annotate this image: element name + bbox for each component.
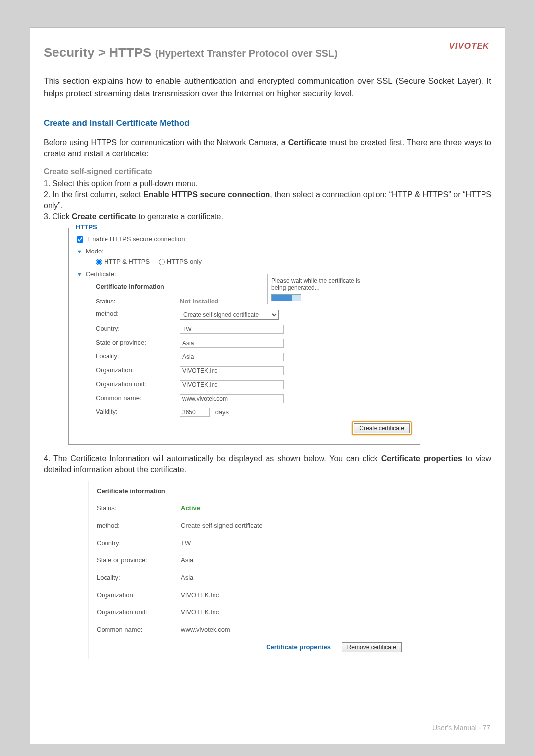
progress-bar [271, 294, 301, 301]
intro-paragraph: This section explains how to enable auth… [44, 75, 491, 100]
row2-method: method: Create self-signed certificate [97, 517, 402, 534]
method-select[interactable]: Create self-signed certificate [180, 310, 279, 320]
row-state: State or province: [96, 336, 412, 350]
state-input[interactable] [180, 339, 284, 348]
remove-certificate-button[interactable]: Remove certificate [342, 642, 402, 652]
chevron-down-icon[interactable]: ▼ [77, 249, 84, 254]
cert-info-header-2: Certificate information [97, 486, 402, 500]
row-orgunit: Organization unit: [96, 378, 412, 392]
step-3: 3. Click Create certificate to generate … [44, 211, 491, 222]
mode-section-label: ▼ Mode: [77, 248, 412, 255]
row-cn: Common name: [96, 392, 412, 405]
row-country: Country: [96, 322, 412, 336]
step-1: 1. Select this option from a pull-down m… [44, 178, 491, 189]
create-cert-button-row: Create certificate [96, 421, 412, 435]
mode-option-https-only[interactable]: HTTPS only [159, 258, 202, 265]
button-highlight: Create certificate [352, 421, 412, 435]
enable-https-label: Enable HTTPS secure connection [88, 235, 185, 243]
locality-input[interactable] [180, 353, 284, 361]
status-value: Not installed [180, 298, 218, 305]
org-input[interactable] [180, 366, 284, 375]
page-content: Security > HTTPS (Hypertext Transfer Pro… [30, 28, 505, 673]
cn-input[interactable] [180, 394, 284, 403]
row2-orgunit: Organization unit: VIVOTEK.Inc [97, 604, 402, 621]
step-2: 2. In the first column, select Enable HT… [44, 189, 491, 211]
row2-state: State or province: Asia [97, 552, 402, 569]
brand-logo-text: VIVOTEK [449, 41, 489, 51]
https-config-panel: HTTPS Enable HTTPS secure connection ▼ M… [68, 228, 420, 445]
document-page: VIVOTEK Security > HTTPS (Hypertext Tran… [30, 27, 505, 744]
row2-cn: Common name: www.vivotek.com [97, 621, 402, 638]
page-title: Security > HTTPS (Hypertext Transfer Pro… [44, 45, 491, 60]
certificate-result-panel: Certificate information Status: Active m… [88, 481, 410, 659]
row-validity: Validity: days [96, 405, 412, 419]
status-active: Active [181, 504, 200, 512]
row-method: method: Create self-signed certificate [96, 307, 412, 322]
subsection-heading: Create self-signed certificate [44, 167, 491, 176]
panel2-actions: Certificate properties Remove certificat… [97, 638, 402, 652]
chevron-down-icon[interactable]: ▼ [77, 271, 84, 277]
title-main: Security > HTTPS [44, 45, 155, 60]
wait-message: Please wait while the certificate is bei… [271, 277, 367, 291]
mode-options: HTTP & HTTPS HTTPS only [96, 258, 412, 265]
step-4: 4. The Certificate Information will auto… [44, 454, 491, 476]
fieldset-legend: HTTPS [74, 223, 99, 231]
enable-https-row: Enable HTTPS secure connection [77, 235, 412, 243]
step-list: 1. Select this option from a pull-down m… [44, 178, 491, 223]
generating-cert-popup: Please wait while the certificate is bei… [267, 274, 371, 304]
row2-status: Status: Active [97, 500, 402, 517]
row2-locality: Locality: Asia [97, 569, 402, 586]
orgunit-input[interactable] [180, 380, 284, 389]
validity-unit: days [215, 408, 229, 416]
mode-option-http-https[interactable]: HTTP & HTTPS [96, 258, 150, 265]
country-input[interactable] [180, 325, 284, 334]
certificate-properties-link[interactable]: Certificate properties [266, 643, 331, 651]
row-organization: Organization: [96, 364, 412, 378]
row2-org: Organization: VIVOTEK.Inc [97, 586, 402, 604]
before-paragraph: Before using HTTPS for communication wit… [44, 137, 491, 159]
row-locality: Locality: [96, 350, 412, 364]
validity-input[interactable] [180, 408, 210, 417]
create-certificate-button[interactable]: Create certificate [354, 423, 410, 433]
page-footer: User's Manual - 77 [432, 724, 490, 732]
enable-https-checkbox[interactable] [77, 236, 83, 243]
section-heading: Create and Install Certificate Method [44, 118, 491, 128]
title-sub: (Hypertext Transfer Protocol over SSL) [155, 48, 338, 59]
row2-country: Country: TW [97, 534, 402, 552]
